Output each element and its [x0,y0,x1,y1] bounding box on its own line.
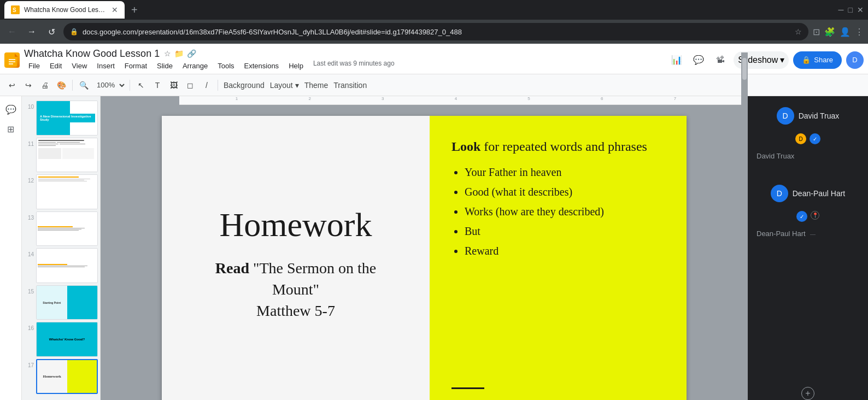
slide-thumb-wrapper-11: 11 [24,138,98,173]
user-avatar[interactable]: D [846,51,864,69]
link-icon[interactable]: 🔗 [187,49,196,58]
bullet-1: Your Father in heaven [465,165,665,179]
undo-button[interactable]: ↩ [4,78,20,93]
active-tab[interactable]: S Whatcha Know Good Lesson 1 ✕ [4,1,125,19]
ruler-mark-4: 4 [455,96,457,101]
layout-button[interactable]: Layout ▾ [268,78,301,93]
collab-david-name: David Truax [756,152,794,160]
add-collaborator-button[interactable]: + [801,387,814,400]
slide-thumb-wrapper-14: 14 [24,248,98,283]
homework-read: Read "The Sermon on theMount" Matthew 5-… [215,257,377,322]
vertical-scrollbar[interactable] [741,96,748,400]
address-bar[interactable]: 🔒 docs.google.com/presentation/d/16m38xd… [63,23,808,40]
present-button[interactable]: 📽 [712,51,729,69]
slide-num-16: 16 [24,322,34,331]
comments-button[interactable]: 💬 [690,51,707,69]
slide-num-11: 11 [24,138,34,147]
slide-thumb-13[interactable] [36,211,98,246]
menu-insert[interactable]: Insert [92,60,119,72]
folder-icon[interactable]: 📁 [174,49,184,58]
look-bold: Look [451,139,480,154]
zoom-select[interactable]: 100%50%75%150% [92,78,126,93]
slide-thumb-11[interactable] [36,138,98,173]
minimize-button[interactable]: ─ [838,5,844,14]
slide-num-10: 10 [24,101,34,110]
explore-button[interactable]: 📊 [668,51,685,69]
menu-view[interactable]: View [67,60,91,72]
restore-button[interactable]: □ [848,5,853,14]
back-button[interactable]: ← [4,24,20,39]
menu-arrange[interactable]: Arrange [178,60,212,72]
slide-thumb-10[interactable]: A New Dimensional Investigative Study [36,101,98,136]
menu-edit[interactable]: Edit [45,60,66,72]
sidebar-layers-icon[interactable]: ⊞ [2,120,20,138]
slide-thumb-17[interactable]: Homework [36,359,98,394]
slides-menu: File Edit View Insert Format Slide Arran… [24,60,395,72]
ruler-mark-2: 2 [308,96,310,101]
menu-slide[interactable]: Slide [153,60,177,72]
theme-button[interactable]: Theme [302,78,331,93]
new-tab-button[interactable]: + [127,4,142,16]
menu-tools[interactable]: Tools [213,60,238,72]
user-icon-2: ✓ [810,133,820,144]
slides-title[interactable]: Whatcha Know Good Lesson 1 [24,48,160,60]
slide-decorative-line [451,387,484,389]
canvas-area[interactable]: 1 2 3 4 5 6 7 Homework Read "The Sermon [101,96,748,400]
share-button[interactable]: 🔒 Share [793,51,842,69]
svg-rect-6 [9,63,13,64]
image-button[interactable]: 🖼 [166,78,181,93]
tab-close-button[interactable]: ✕ [112,5,118,14]
slide-thumb-wrapper-12: 12 [24,174,98,209]
menu-help[interactable]: Help [284,60,308,72]
slide-thumb-15[interactable]: Starting Point [36,285,98,320]
menu-icon[interactable]: ⋮ [855,27,864,37]
slides-right-actions: 📊 💬 📽 Slideshow ▾ 🔒 Share D [668,51,864,69]
forward-button[interactable]: → [24,24,39,39]
print-button[interactable]: 🖨 [37,78,52,93]
slide-thumb-14[interactable] [36,248,98,283]
line-button[interactable]: / [199,78,214,93]
bullet-list: Your Father in heaven Good (what it desc… [451,165,665,258]
read-label: Read [215,260,249,277]
collab-david-item: David Truax [748,149,868,163]
slide-thumb-12[interactable] [36,174,98,209]
slides-title-area: Whatcha Know Good Lesson 1 ☆ 📁 🔗 File Ed… [24,48,395,72]
current-slide[interactable]: Homework Read "The Sermon on theMount" M… [162,116,687,400]
menu-file[interactable]: File [24,60,44,72]
collab-dean-name-item: Dean-Paul Hart — [748,226,868,240]
slideshow-chevron: ▾ [780,55,784,65]
left-sidebar-icons: 💬 ⊞ [0,96,22,400]
look-text: for repeated words and phrases [484,139,647,154]
text-button[interactable]: T [150,78,165,93]
menu-format[interactable]: Format [120,60,151,72]
menu-extensions[interactable]: Extensions [240,60,284,72]
star-icon[interactable]: ☆ [164,49,171,58]
slide-thumb-wrapper-16: 16 Whatcha' Know Good? [24,322,98,357]
close-window-button[interactable]: ✕ [857,5,864,14]
lock-icon: 🔒 [70,28,78,36]
address-actions: ☆ [795,27,802,36]
paint-format-button[interactable]: 🎨 [54,78,69,93]
window-controls: ─ □ ✕ [838,5,864,14]
extensions-icon[interactable]: 🧩 [824,27,835,37]
redo-button[interactable]: ↪ [21,78,36,93]
svg-text:S: S [13,7,16,13]
profile-icon[interactable]: 👤 [840,27,851,37]
sidebar-comments-icon[interactable]: 💬 [2,101,20,118]
bookmark-icon[interactable]: ☆ [795,27,802,36]
transition-button[interactable]: Transition [331,78,369,93]
cursor-button[interactable]: ↖ [133,78,149,93]
collab-gap [748,163,868,180]
slides-title-icons: ☆ 📁 🔗 [164,49,196,58]
ruler-mark-3: 3 [382,96,384,101]
collaborator-panel-title: David Truax [799,111,840,120]
shapes-button[interactable]: ◻ [183,78,198,93]
cast-icon[interactable]: ⊡ [813,27,820,37]
background-button[interactable]: Background [221,78,267,93]
dean-icon-2: 📍 [811,211,819,220]
slide-thumb-16[interactable]: Whatcha' Know Good? [36,322,98,357]
collaborators-panel: D David Truax D ✓ David Truax D Dean-Pau… [748,96,868,400]
zoom-button[interactable]: 🔍 [76,78,91,93]
reload-button[interactable]: ↺ [44,24,59,39]
slide-thumb-wrapper-17: 17 Homework [24,359,98,394]
